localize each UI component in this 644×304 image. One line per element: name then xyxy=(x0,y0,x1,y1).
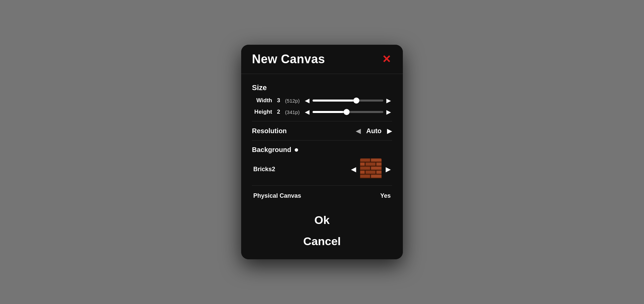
resolution-row: Resolution ◀ Auto ▶ xyxy=(252,127,392,135)
background-name: Bricks2 xyxy=(253,166,351,173)
svg-rect-2 xyxy=(360,162,365,166)
svg-rect-11 xyxy=(371,175,382,178)
svg-rect-1 xyxy=(371,158,382,162)
background-label: Background xyxy=(252,146,291,154)
dialog-title: New Canvas xyxy=(252,52,325,66)
size-section-label: Size xyxy=(252,83,392,92)
resolution-right-arrow[interactable]: ▶ xyxy=(387,127,392,135)
width-slider-container: ◀ ▶ xyxy=(304,97,392,104)
width-slider-right-arrow[interactable]: ▶ xyxy=(385,97,392,104)
svg-rect-8 xyxy=(365,170,376,174)
width-row: Width 3 (512p) ◀ ▶ xyxy=(252,97,392,104)
physical-canvas-row: Physical Canvas Yes xyxy=(252,192,392,199)
svg-rect-6 xyxy=(371,166,382,170)
physical-canvas-label: Physical Canvas xyxy=(253,192,301,199)
background-right-arrow[interactable]: ▶ xyxy=(386,165,391,173)
resolution-control: ◀ Auto ▶ xyxy=(356,127,392,135)
height-slider-right-arrow[interactable]: ▶ xyxy=(385,108,392,116)
dialog-body: Size Width 3 (512p) ◀ ▶ Height 2 (341p) … xyxy=(241,74,403,203)
svg-rect-0 xyxy=(360,158,370,162)
brick-svg xyxy=(360,158,382,180)
height-row: Height 2 (341p) ◀ ▶ xyxy=(252,108,392,116)
background-dot xyxy=(295,148,298,152)
height-label: Height xyxy=(252,109,272,115)
resolution-left-arrow[interactable]: ◀ xyxy=(356,127,361,135)
background-left-arrow[interactable]: ◀ xyxy=(351,165,356,173)
background-header: Background xyxy=(252,146,392,154)
width-slider-track[interactable] xyxy=(313,100,383,102)
svg-rect-10 xyxy=(360,175,370,178)
width-label: Width xyxy=(252,97,272,104)
resolution-label: Resolution xyxy=(252,127,287,135)
height-slider-track[interactable] xyxy=(313,111,383,113)
height-slider-container: ◀ ▶ xyxy=(304,108,392,116)
height-slider-left-arrow[interactable]: ◀ xyxy=(304,108,311,116)
resolution-value: Auto xyxy=(365,127,382,135)
divider-1 xyxy=(252,121,392,121)
ok-button[interactable]: Ok xyxy=(301,212,343,229)
background-preview-container: ◀ xyxy=(351,158,391,180)
svg-rect-7 xyxy=(360,170,365,174)
physical-canvas-value: Yes xyxy=(380,192,391,199)
cancel-button[interactable]: Cancel xyxy=(290,233,354,250)
divider-3 xyxy=(252,185,392,186)
height-pixels: (341p) xyxy=(284,109,301,115)
svg-rect-5 xyxy=(360,166,370,170)
divider-2 xyxy=(252,140,392,141)
new-canvas-dialog: New Canvas ✕ Size Width 3 (512p) ◀ ▶ Hei… xyxy=(241,45,403,259)
svg-rect-3 xyxy=(365,162,376,166)
close-icon: ✕ xyxy=(382,54,391,65)
dialog-header: New Canvas ✕ xyxy=(241,45,403,74)
svg-rect-4 xyxy=(376,162,382,166)
close-button[interactable]: ✕ xyxy=(379,52,393,66)
dialog-footer: Ok Cancel xyxy=(241,203,403,259)
background-section: Background Bricks2 ◀ xyxy=(252,146,392,180)
svg-rect-9 xyxy=(376,170,382,174)
width-value: 3 xyxy=(276,97,282,104)
width-pixels: (512p) xyxy=(284,98,301,104)
brick-preview xyxy=(360,158,382,180)
height-value: 2 xyxy=(276,109,282,115)
width-slider-left-arrow[interactable]: ◀ xyxy=(304,97,311,104)
background-row: Bricks2 ◀ xyxy=(252,158,392,180)
